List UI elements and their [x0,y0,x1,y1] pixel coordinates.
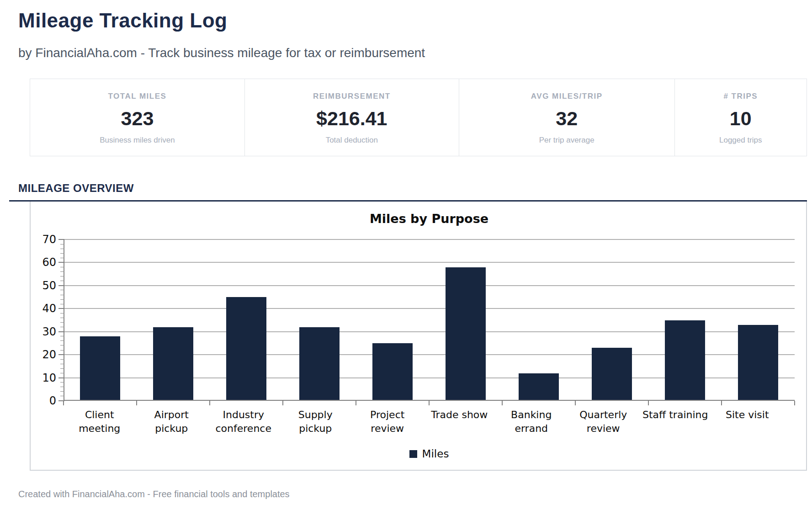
x-label: Airport pickup [136,408,208,435]
y-tick-major [58,285,64,286]
bar-trade-show [446,267,486,401]
page: Mileage Tracking Log by FinancialAha.com… [0,0,812,510]
stat-label: AVG MILES/TRIP [531,92,603,101]
y-tick-minor [60,267,64,267]
y-tick-major [58,377,64,378]
y-tick-minor [60,244,64,244]
x-tick [575,401,576,405]
y-tick-minor [60,318,64,318]
x-label: Industry conference [207,408,280,435]
y-tick-minor [60,387,64,387]
y-tick-label-60: 60 [33,256,56,268]
x-label: Banking errand [495,408,568,435]
bar-slot [575,239,648,401]
y-tick-minor [60,391,64,392]
x-tick [429,401,430,405]
stat-card-avg-miles: AVG MILES/TRIP 32 Per trip average [459,79,674,156]
bar-project-review [372,343,413,401]
header: Mileage Tracking Log by FinancialAha.com… [0,0,812,60]
y-tick-major [58,354,64,355]
y-tick-label-30: 30 [33,326,56,338]
y-tick-minor [60,336,64,336]
legend-label: Miles [422,448,449,460]
y-tick-minor [60,304,64,304]
y-tick-minor [60,364,64,364]
y-tick-minor [60,276,64,276]
stats-row: TOTAL MILES 323 Business miles driven RE… [30,79,807,156]
y-tick-minor [60,396,64,396]
stat-sublabel: Business miles driven [100,136,175,145]
bar-slot [648,239,722,401]
stat-value: 32 [556,109,578,128]
x-tick [209,401,210,405]
y-tick-minor [60,271,64,272]
stat-card-reimbursement: REIMBURSEMENT $216.41 Total deduction [244,79,459,156]
y-tick-minor [60,340,64,341]
bar-staff-training [665,320,705,401]
chart-title: Miles by Purpose [64,212,795,226]
y-tick-major [58,400,64,401]
footer: Created with FinancialAha.com - Free fin… [0,471,812,510]
bar-slot [64,239,137,401]
y-tick-major [58,239,64,240]
bar-slot [356,239,429,401]
x-tick [648,401,649,405]
y-axis-line [64,239,64,401]
bar-site-visit [738,325,778,401]
bar-banking-errand [519,373,559,401]
bar-airport-pickup [153,327,193,401]
bar-client-meeting [80,336,120,401]
page-subtitle: by FinancialAha.com - Track business mil… [18,46,794,60]
page-title: Mileage Tracking Log [18,9,794,32]
y-tick-minor [60,368,64,369]
plot-outer: 010203040506070 [64,239,795,401]
stat-card-num-trips: # TRIPS 10 Logged trips [674,79,807,156]
y-tick-minor [60,249,64,249]
mileage-chart-panel: Miles by Purpose 010203040506070 Client … [30,202,807,471]
stat-card-total-miles: TOTAL MILES 323 Business miles driven [30,79,244,156]
x-axis-labels: Client meetingAirport pickupIndustry con… [64,408,783,435]
bar-supply-pickup [299,327,340,401]
section-header: MILEAGE OVERVIEW [9,182,807,202]
x-label: Site visit [711,408,784,435]
stat-value: 323 [121,109,154,128]
y-tick-minor [60,290,64,290]
y-tick-minor [60,327,64,327]
bar-slot [137,239,210,401]
x-label: Project review [351,408,424,435]
y-tick-label-20: 20 [33,349,56,361]
bar-quarterly-review [592,348,632,401]
y-tick-label-0: 0 [33,395,56,407]
x-label: Supply pickup [280,408,352,435]
y-tick-minor [60,281,64,281]
stat-value: $216.41 [316,109,387,128]
x-tick [356,401,356,405]
y-tick-label-10: 10 [33,372,56,384]
y-tick-major [58,331,64,332]
stat-label: REIMBURSEMENT [313,92,391,101]
bar-slot [502,239,575,401]
stat-label: # TRIPS [723,92,758,101]
y-tick-minor [60,253,64,254]
y-tick-minor [60,382,64,382]
x-tick [136,401,137,405]
y-tick-label-40: 40 [33,303,56,314]
plot-area [64,239,795,401]
bars [64,239,795,401]
stat-sublabel: Logged trips [719,136,762,145]
y-tick-major [58,308,64,309]
stat-sublabel: Total deduction [326,136,378,145]
stat-label: TOTAL MILES [108,92,166,101]
y-tick-minor [60,258,64,258]
y-tick-label-50: 50 [33,280,56,292]
bar-slot [210,239,283,401]
x-tick [794,401,795,405]
y-tick-minor [60,350,64,351]
x-tick [502,401,503,405]
y-tick-major [58,262,64,263]
bar-slot [283,239,356,401]
y-tick-minor [60,313,64,313]
y-tick-label-70: 70 [33,234,56,245]
y-tick-minor [60,345,64,345]
stat-value: 10 [730,109,752,128]
